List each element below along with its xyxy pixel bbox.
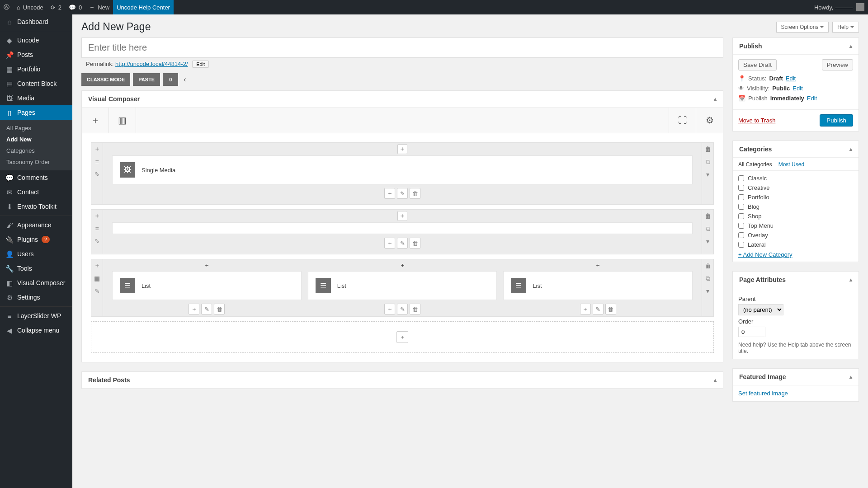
set-featured-image-link[interactable]: Set featured image: [738, 390, 788, 397]
category-checkbox[interactable]: [738, 242, 744, 248]
vc-element-empty[interactable]: [112, 222, 693, 234]
sidebar-item-plugins[interactable]: 🔌Plugins2: [0, 232, 72, 247]
sidebar-item-collapse-menu[interactable]: ◀Collapse menu: [0, 323, 72, 338]
vc-element-single-media[interactable]: 🖼 Single Media: [112, 155, 693, 184]
col-add-icon[interactable]: ＋: [580, 304, 591, 314]
row-edit-icon[interactable]: ✎: [91, 235, 103, 248]
category-creative[interactable]: Creative: [738, 183, 853, 192]
category-checkbox[interactable]: [738, 232, 744, 238]
comments-link[interactable]: 💬 0: [65, 0, 85, 14]
category-top-menu[interactable]: Top Menu: [738, 221, 853, 230]
category-checkbox[interactable]: [738, 185, 744, 191]
collapse-icon[interactable]: ▴: [849, 277, 852, 283]
row-collapse-icon[interactable]: ▾: [702, 285, 713, 297]
row-collapse-icon[interactable]: ▾: [702, 235, 713, 248]
updates-link[interactable]: ⟳ 2: [47, 0, 65, 14]
add-category-link[interactable]: + Add New Category: [733, 248, 798, 262]
col-edit-icon[interactable]: ✎: [397, 238, 408, 249]
category-checkbox[interactable]: [738, 223, 744, 229]
classic-mode-button[interactable]: CLASSIC MODE: [81, 73, 130, 86]
move-to-trash-link[interactable]: Move to Trash: [738, 117, 775, 124]
help-toggle[interactable]: Help: [832, 22, 859, 33]
permalink-url[interactable]: http://uncode.local/44814-2/: [115, 61, 188, 67]
row-delete-icon[interactable]: 🗑: [702, 210, 713, 222]
category-checkbox[interactable]: [738, 194, 744, 200]
add-element-button[interactable]: ＋: [82, 108, 109, 133]
row-add-icon[interactable]: ＋: [91, 259, 103, 272]
row-clone-icon[interactable]: ⧉: [702, 155, 713, 168]
sidebar-item-posts[interactable]: 📌Posts: [0, 47, 72, 62]
edit-visibility-link[interactable]: Edit: [793, 85, 802, 92]
sidebar-item-tools[interactable]: 🔧Tools: [0, 261, 72, 276]
vc-element-list[interactable]: ☰ List: [112, 271, 302, 300]
edit-schedule-link[interactable]: Edit: [807, 95, 817, 102]
new-link[interactable]: ＋ New: [85, 0, 113, 14]
sidebar-item-dashboard[interactable]: ⌂Dashboard: [0, 14, 72, 29]
publish-button[interactable]: Publish: [820, 114, 853, 127]
preview-button[interactable]: Preview: [822, 59, 853, 70]
col-add-icon[interactable]: ＋: [384, 304, 395, 314]
col-edit-icon[interactable]: ✎: [201, 304, 212, 314]
row-edit-icon[interactable]: ✎: [91, 285, 103, 297]
col-edit-icon[interactable]: ✎: [593, 304, 604, 314]
row-add-icon[interactable]: ＋: [91, 143, 103, 155]
col-edit-icon[interactable]: ✎: [397, 304, 408, 314]
col-delete-icon[interactable]: 🗑: [410, 238, 420, 249]
site-link[interactable]: ⌂ Uncode: [13, 0, 47, 14]
vc-title[interactable]: Visual Composer ▴: [82, 91, 723, 108]
sidebar-item-visual-composer[interactable]: ◧Visual Composer: [0, 276, 72, 290]
collapse-icon[interactable]: ▴: [714, 377, 717, 383]
add-element-top[interactable]: ＋: [397, 211, 407, 221]
collapse-icon[interactable]: ▴: [849, 146, 852, 152]
parent-select[interactable]: (no parent): [738, 304, 783, 315]
row-edit-icon[interactable]: ✎: [91, 168, 103, 181]
tab-most-used[interactable]: Most Used: [778, 161, 804, 168]
collapse-icon[interactable]: ▴: [849, 374, 852, 380]
row-columns-icon[interactable]: ▦: [91, 272, 103, 285]
category-lateral[interactable]: Lateral: [738, 240, 853, 248]
sidebar-item-media[interactable]: 🖼Media: [0, 91, 72, 105]
paste-button[interactable]: PASTE: [133, 73, 160, 86]
row-delete-icon[interactable]: 🗑: [702, 143, 713, 155]
col-delete-icon[interactable]: 🗑: [410, 188, 420, 199]
permalink-edit-button[interactable]: Edit: [192, 61, 209, 68]
sidebar-item-layerslider-wp[interactable]: ≡LayerSlider WP: [0, 306, 72, 323]
col-edit-icon[interactable]: ✎: [397, 188, 408, 199]
edit-status-link[interactable]: Edit: [786, 75, 796, 82]
sidebar-item-users[interactable]: 👤Users: [0, 247, 72, 261]
category-checkbox[interactable]: [738, 213, 744, 219]
order-input[interactable]: [738, 327, 765, 337]
sidebar-item-contact[interactable]: ✉Contact: [0, 185, 72, 199]
row-collapse-icon[interactable]: ▾: [702, 168, 713, 181]
collapse-icon[interactable]: ▴: [714, 96, 717, 102]
sidebar-item-uncode[interactable]: ◆Uncode: [0, 31, 72, 47]
category-portfolio[interactable]: Portfolio: [738, 192, 853, 202]
save-draft-button[interactable]: Save Draft: [738, 59, 777, 70]
vc-element-list[interactable]: ☰ List: [308, 271, 497, 300]
avatar[interactable]: [856, 3, 864, 11]
vc-add-row[interactable]: ＋: [91, 321, 714, 353]
settings-button[interactable]: ⚙: [696, 108, 723, 133]
category-checkbox[interactable]: [738, 204, 744, 210]
tab-all-categories[interactable]: All Categories: [738, 161, 772, 168]
sidebar-item-content-block[interactable]: ▤Content Block: [0, 76, 72, 91]
col-add-top[interactable]: ＋: [400, 261, 406, 269]
chevron-left-icon[interactable]: ‹: [181, 75, 189, 84]
row-drag-icon[interactable]: ≡: [91, 155, 103, 168]
sidebar-subitem-add-new[interactable]: Add New: [0, 134, 72, 145]
wp-logo[interactable]: ⓦ: [0, 0, 13, 14]
sidebar-subitem-taxonomy-order[interactable]: Taxonomy Order: [0, 156, 72, 168]
sidebar-item-comments[interactable]: 💬Comments: [0, 170, 72, 185]
row-delete-icon[interactable]: 🗑: [702, 259, 713, 272]
add-element-top[interactable]: ＋: [397, 144, 407, 154]
fullscreen-button[interactable]: ⛶: [669, 108, 696, 133]
col-add-icon[interactable]: ＋: [189, 304, 199, 314]
sidebar-item-portfolio[interactable]: ▦Portfolio: [0, 62, 72, 76]
row-clone-icon[interactable]: ⧉: [702, 272, 713, 285]
sidebar-item-settings[interactable]: ⚙Settings: [0, 290, 72, 305]
sidebar-subitem-categories[interactable]: Categories: [0, 145, 72, 156]
sidebar-item-appearance[interactable]: 🖌Appearance: [0, 216, 72, 232]
screen-options-toggle[interactable]: Screen Options: [776, 22, 829, 33]
templates-button[interactable]: ▥: [109, 108, 136, 133]
category-checkbox[interactable]: [738, 175, 744, 181]
